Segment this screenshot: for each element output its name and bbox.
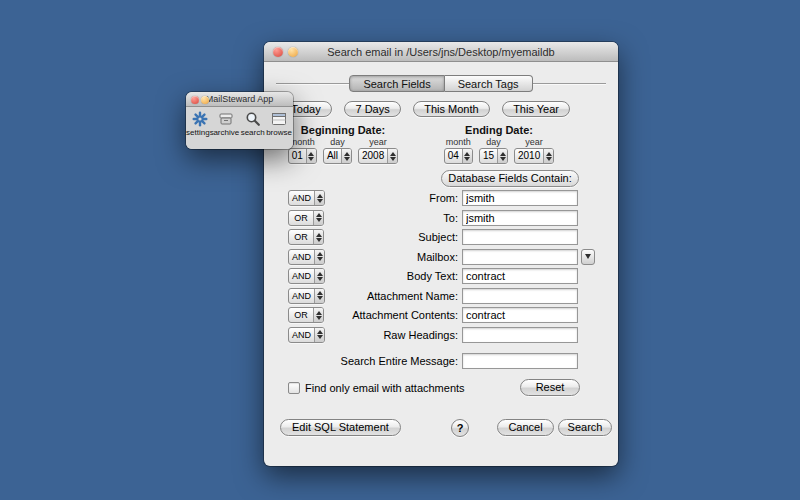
tab-search-fields[interactable]: Search Fields (349, 75, 444, 92)
stepper-arrows-icon[interactable] (462, 149, 472, 163)
body-text-label: Body Text: (324, 268, 458, 284)
stepper-arrows-icon[interactable] (314, 191, 324, 205)
attachment-name-input[interactable] (462, 288, 578, 304)
stepper-arrows-icon[interactable] (306, 149, 316, 163)
raw-headings-input[interactable] (462, 327, 578, 343)
stepper-arrows-icon[interactable] (341, 149, 351, 163)
to-operator-select[interactable]: OR (288, 210, 324, 226)
cancel-button[interactable]: Cancel (497, 419, 554, 436)
mailbox-input[interactable] (462, 249, 578, 265)
attachment-contents-label: Attachment Contents: (324, 307, 458, 323)
field-row-subject: OR Subject: (264, 229, 618, 245)
browse-window-icon (271, 111, 287, 127)
begin-day-stepper[interactable]: All (323, 148, 352, 164)
db-fields-header: Database Fields Contain: (441, 170, 579, 187)
to-input[interactable] (462, 210, 578, 226)
end-year-stepper[interactable]: 2010 (514, 148, 554, 164)
stepper-arrows-icon[interactable] (497, 149, 507, 163)
ending-date-group: Ending Date: month 04 day 15 year 2010 (437, 124, 561, 164)
from-input[interactable] (462, 190, 578, 206)
palette-titlebar[interactable]: MailSteward App (186, 92, 293, 107)
month-label: month (290, 137, 315, 147)
help-button[interactable]: ? (451, 419, 469, 437)
tabset: Search Fields Search Tags (264, 75, 618, 92)
search-entire-row: Search Entire Message: (264, 353, 618, 369)
this-year-button[interactable]: This Year (502, 101, 570, 117)
minimize-button[interactable] (288, 47, 298, 57)
begin-month-stepper[interactable]: 01 (288, 148, 317, 164)
attachments-checkbox[interactable] (288, 382, 300, 394)
attachment-contents-operator-select[interactable]: OR (288, 307, 324, 323)
field-rows: AND From: OR To: OR Subject: AND (264, 190, 618, 346)
body-text-operator-select[interactable]: AND (288, 268, 325, 284)
reset-button[interactable]: Reset (520, 379, 580, 396)
stepper-arrows-icon[interactable] (313, 211, 323, 225)
from-label: From: (324, 190, 458, 206)
close-button[interactable] (191, 96, 199, 104)
day-label: day (486, 137, 501, 147)
field-row-from: AND From: (264, 190, 618, 206)
search-entire-message-input[interactable] (462, 353, 578, 369)
quick-date-buttons: Today 7 Days This Month This Year (280, 101, 570, 117)
field-row-mailbox: AND Mailbox: (264, 249, 618, 265)
body-text-input[interactable] (462, 268, 578, 284)
stepper-arrows-icon[interactable] (313, 230, 323, 244)
mailbox-label: Mailbox: (324, 249, 458, 265)
beginning-date-label: Beginning Date: (281, 124, 405, 136)
raw-headings-label: Raw Headings: (324, 327, 458, 343)
toolbar-item-search[interactable]: search (240, 111, 265, 137)
field-row-attachment-contents: OR Attachment Contents: (264, 307, 618, 323)
subject-label: Subject: (324, 229, 458, 245)
seven-days-button[interactable]: 7 Days (344, 101, 400, 117)
mailsteward-app-palette: MailSteward App settings (186, 92, 293, 149)
raw-headings-operator-select[interactable]: AND (288, 327, 325, 343)
tab-search-tags[interactable]: Search Tags (445, 75, 533, 92)
toolbar-item-settings[interactable]: settings (187, 111, 212, 137)
field-row-to: OR To: (264, 210, 618, 226)
stepper-arrows-icon[interactable] (314, 250, 324, 264)
minimize-button[interactable] (201, 96, 209, 104)
edit-sql-statement-button[interactable]: Edit SQL Statement (280, 419, 401, 436)
ending-date-label: Ending Date: (437, 124, 561, 136)
attachment-contents-input[interactable] (462, 307, 578, 323)
month-label: month (446, 137, 471, 147)
year-label: year (525, 137, 543, 147)
field-row-attachment-name: AND Attachment Name: (264, 288, 618, 304)
search-button[interactable]: Search (558, 419, 612, 436)
stepper-arrows-icon[interactable] (313, 308, 323, 322)
beginning-date-group: Beginning Date: month 01 day All year 2 (281, 124, 405, 164)
year-label: year (369, 137, 387, 147)
dropdown-arrow-icon (585, 254, 591, 259)
stepper-arrows-icon[interactable] (314, 269, 324, 283)
toolbar-item-archive[interactable]: archive (214, 111, 239, 137)
search-email-window: Search email in /Users/jns/Desktop/myema… (264, 42, 618, 466)
subject-input[interactable] (462, 229, 578, 245)
stepper-arrows-icon[interactable] (314, 328, 324, 342)
magnifier-icon (245, 111, 261, 127)
archive-box-icon (218, 111, 234, 127)
gear-icon (192, 111, 208, 127)
toolbar-item-browse[interactable]: browse (267, 111, 292, 137)
mailbox-dropdown-button[interactable] (581, 249, 595, 265)
day-label: day (330, 137, 345, 147)
begin-year-stepper[interactable]: 2008 (358, 148, 398, 164)
attachments-checkbox-label: Find only email with attachments (305, 382, 465, 394)
mailbox-operator-select[interactable]: AND (288, 249, 325, 265)
to-label: To: (324, 210, 458, 226)
from-operator-select[interactable]: AND (288, 190, 325, 206)
palette-toolbar: settings archive search (186, 108, 293, 149)
subject-operator-select[interactable]: OR (288, 229, 324, 245)
attachment-name-operator-select[interactable]: AND (288, 288, 325, 304)
search-entire-message-label: Search Entire Message: (304, 353, 458, 369)
stepper-arrows-icon[interactable] (314, 289, 324, 303)
close-button[interactable] (273, 47, 283, 57)
field-row-raw-headings: AND Raw Headings: (264, 327, 618, 343)
stepper-arrows-icon[interactable] (543, 149, 553, 163)
window-title: Search email in /Users/jns/Desktop/myema… (264, 42, 618, 62)
this-month-button[interactable]: This Month (413, 101, 489, 117)
end-day-stepper[interactable]: 15 (479, 148, 508, 164)
end-month-stepper[interactable]: 04 (444, 148, 473, 164)
stepper-arrows-icon[interactable] (387, 149, 397, 163)
attachments-only-row: Find only email with attachments (288, 382, 465, 394)
main-titlebar[interactable]: Search email in /Users/jns/Desktop/myema… (264, 42, 618, 62)
